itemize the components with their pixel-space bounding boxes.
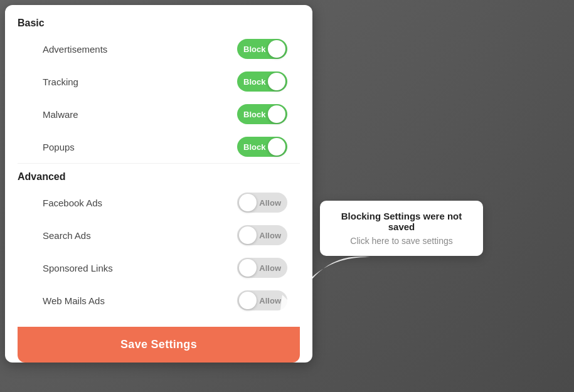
advertisements-row: Advertisements Block [18,33,300,65]
web-mails-ads-toggle-knob [239,292,257,309]
sponsored-links-row: Sponsored Links Allow [18,252,300,284]
search-ads-toggle-wrap[interactable]: Allow [237,225,287,245]
search-ads-toggle-label: Allow [259,231,281,240]
popups-toggle-label: Block [243,142,265,152]
web-mails-ads-label: Web Mails Ads [43,295,105,306]
malware-toggle-label: Block [243,110,265,119]
tracking-label: Tracking [43,77,78,87]
facebook-ads-toggle[interactable]: Allow [237,193,287,213]
search-ads-row: Search Ads Allow [18,219,300,252]
tooltip-title: Blocking Settings were not saved [332,211,470,232]
popups-toggle-knob [268,138,285,156]
popups-label: Popups [43,142,75,152]
advertisements-label: Advertisements [43,44,107,55]
tracking-toggle-label: Block [243,77,265,87]
facebook-ads-row: Facebook Ads Allow [18,186,300,219]
facebook-ads-toggle-label: Allow [259,198,281,208]
arrow-container [270,245,383,332]
search-ads-toggle-knob [239,226,257,244]
tracking-row: Tracking Block [18,65,300,98]
sponsored-links-toggle-knob [239,259,257,277]
malware-toggle[interactable]: Block [237,104,287,124]
sponsored-links-label: Sponsored Links [43,263,113,273]
advertisements-toggle[interactable]: Block [237,39,287,59]
search-ads-label: Search Ads [43,230,91,241]
section-divider [18,163,300,164]
web-mails-ads-row: Web Mails Ads Allow [18,284,300,317]
search-ads-toggle[interactable]: Allow [237,225,287,245]
settings-panel: Basic Advertisements Block Tracking Bloc… [5,5,312,363]
facebook-ads-label: Facebook Ads [43,198,102,208]
facebook-ads-toggle-knob [239,194,257,211]
advertisements-toggle-knob [268,40,285,58]
advanced-section-title: Advanced [18,171,300,183]
malware-row: Malware Block [18,98,300,130]
advertisements-toggle-wrap[interactable]: Block [237,39,287,59]
facebook-ads-toggle-wrap[interactable]: Allow [237,193,287,213]
popups-toggle[interactable]: Block [237,137,287,157]
malware-toggle-knob [268,105,285,123]
basic-section-title: Basic [18,18,300,29]
malware-toggle-wrap[interactable]: Block [237,104,287,124]
malware-label: Malware [43,109,78,120]
tracking-toggle[interactable]: Block [237,72,287,92]
tracking-toggle-knob [268,73,285,90]
arrow-icon [270,245,383,332]
popups-row: Popups Block [18,130,300,163]
popups-toggle-wrap[interactable]: Block [237,137,287,157]
tracking-toggle-wrap[interactable]: Block [237,72,287,92]
advertisements-toggle-label: Block [243,45,265,54]
save-settings-button[interactable]: Save Settings [18,327,300,363]
